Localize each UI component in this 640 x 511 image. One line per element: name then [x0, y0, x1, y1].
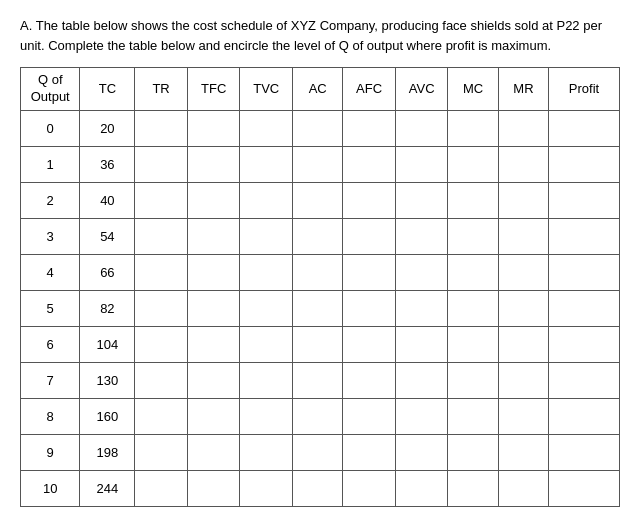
- cell-mc-0[interactable]: [448, 110, 498, 146]
- cell-q-9[interactable]: 9: [21, 434, 80, 470]
- cell-tfc-4[interactable]: [187, 254, 240, 290]
- cell-mr-3[interactable]: [498, 218, 548, 254]
- cell-ac-7[interactable]: [293, 362, 343, 398]
- cell-ac-5[interactable]: [293, 290, 343, 326]
- cell-mc-8[interactable]: [448, 398, 498, 434]
- cell-mc-1[interactable]: [448, 146, 498, 182]
- cell-q-4[interactable]: 4: [21, 254, 80, 290]
- cell-afc-7[interactable]: [343, 362, 396, 398]
- cell-afc-5[interactable]: [343, 290, 396, 326]
- cell-ac-9[interactable]: [293, 434, 343, 470]
- cell-profit-4[interactable]: [549, 254, 620, 290]
- cell-mr-0[interactable]: [498, 110, 548, 146]
- cell-tc-0[interactable]: 20: [80, 110, 135, 146]
- cell-tvc-4[interactable]: [240, 254, 293, 290]
- cell-afc-8[interactable]: [343, 398, 396, 434]
- cell-tc-7[interactable]: 130: [80, 362, 135, 398]
- cell-avc-0[interactable]: [395, 110, 448, 146]
- cell-tfc-10[interactable]: [187, 470, 240, 506]
- cell-profit-1[interactable]: [549, 146, 620, 182]
- cell-tvc-3[interactable]: [240, 218, 293, 254]
- cell-profit-0[interactable]: [549, 110, 620, 146]
- cell-mr-10[interactable]: [498, 470, 548, 506]
- cell-tvc-1[interactable]: [240, 146, 293, 182]
- cell-profit-3[interactable]: [549, 218, 620, 254]
- cell-mc-7[interactable]: [448, 362, 498, 398]
- cell-avc-1[interactable]: [395, 146, 448, 182]
- cell-mc-10[interactable]: [448, 470, 498, 506]
- cell-tvc-0[interactable]: [240, 110, 293, 146]
- cell-tr-7[interactable]: [135, 362, 188, 398]
- cell-tfc-7[interactable]: [187, 362, 240, 398]
- cell-q-1[interactable]: 1: [21, 146, 80, 182]
- cell-avc-7[interactable]: [395, 362, 448, 398]
- cell-tr-9[interactable]: [135, 434, 188, 470]
- cell-tvc-5[interactable]: [240, 290, 293, 326]
- cell-tfc-3[interactable]: [187, 218, 240, 254]
- cell-tfc-5[interactable]: [187, 290, 240, 326]
- cell-tfc-0[interactable]: [187, 110, 240, 146]
- cell-ac-4[interactable]: [293, 254, 343, 290]
- cell-profit-8[interactable]: [549, 398, 620, 434]
- cell-afc-2[interactable]: [343, 182, 396, 218]
- cell-profit-5[interactable]: [549, 290, 620, 326]
- cell-avc-9[interactable]: [395, 434, 448, 470]
- cell-tc-9[interactable]: 198: [80, 434, 135, 470]
- cell-tc-3[interactable]: 54: [80, 218, 135, 254]
- cell-tr-0[interactable]: [135, 110, 188, 146]
- cell-mr-9[interactable]: [498, 434, 548, 470]
- cell-mc-3[interactable]: [448, 218, 498, 254]
- cell-ac-6[interactable]: [293, 326, 343, 362]
- cell-tr-1[interactable]: [135, 146, 188, 182]
- cell-afc-9[interactable]: [343, 434, 396, 470]
- cell-tfc-6[interactable]: [187, 326, 240, 362]
- cell-q-8[interactable]: 8: [21, 398, 80, 434]
- cell-tvc-9[interactable]: [240, 434, 293, 470]
- cell-tr-6[interactable]: [135, 326, 188, 362]
- cell-q-0[interactable]: 0: [21, 110, 80, 146]
- cell-tr-4[interactable]: [135, 254, 188, 290]
- cell-tc-4[interactable]: 66: [80, 254, 135, 290]
- cell-avc-5[interactable]: [395, 290, 448, 326]
- cell-tfc-9[interactable]: [187, 434, 240, 470]
- cell-tc-1[interactable]: 36: [80, 146, 135, 182]
- cell-tfc-8[interactable]: [187, 398, 240, 434]
- cell-ac-2[interactable]: [293, 182, 343, 218]
- cell-afc-6[interactable]: [343, 326, 396, 362]
- cell-tfc-1[interactable]: [187, 146, 240, 182]
- cell-mc-9[interactable]: [448, 434, 498, 470]
- cell-avc-4[interactable]: [395, 254, 448, 290]
- cell-tc-5[interactable]: 82: [80, 290, 135, 326]
- cell-mr-1[interactable]: [498, 146, 548, 182]
- cell-mr-5[interactable]: [498, 290, 548, 326]
- cell-tvc-6[interactable]: [240, 326, 293, 362]
- cell-q-3[interactable]: 3: [21, 218, 80, 254]
- cell-mr-7[interactable]: [498, 362, 548, 398]
- cell-q-7[interactable]: 7: [21, 362, 80, 398]
- cell-q-10[interactable]: 10: [21, 470, 80, 506]
- cell-mc-4[interactable]: [448, 254, 498, 290]
- cell-q-5[interactable]: 5: [21, 290, 80, 326]
- cell-afc-3[interactable]: [343, 218, 396, 254]
- cell-tr-2[interactable]: [135, 182, 188, 218]
- cell-avc-10[interactable]: [395, 470, 448, 506]
- cell-mr-8[interactable]: [498, 398, 548, 434]
- cell-tvc-10[interactable]: [240, 470, 293, 506]
- cell-tfc-2[interactable]: [187, 182, 240, 218]
- cell-avc-2[interactable]: [395, 182, 448, 218]
- cell-tc-2[interactable]: 40: [80, 182, 135, 218]
- cell-tvc-7[interactable]: [240, 362, 293, 398]
- cell-avc-8[interactable]: [395, 398, 448, 434]
- cell-profit-7[interactable]: [549, 362, 620, 398]
- cell-mc-6[interactable]: [448, 326, 498, 362]
- cell-ac-3[interactable]: [293, 218, 343, 254]
- cell-tvc-8[interactable]: [240, 398, 293, 434]
- cell-mc-5[interactable]: [448, 290, 498, 326]
- cell-mr-6[interactable]: [498, 326, 548, 362]
- cell-profit-6[interactable]: [549, 326, 620, 362]
- cell-avc-6[interactable]: [395, 326, 448, 362]
- cell-tc-10[interactable]: 244: [80, 470, 135, 506]
- cell-avc-3[interactable]: [395, 218, 448, 254]
- cell-afc-0[interactable]: [343, 110, 396, 146]
- cell-tc-6[interactable]: 104: [80, 326, 135, 362]
